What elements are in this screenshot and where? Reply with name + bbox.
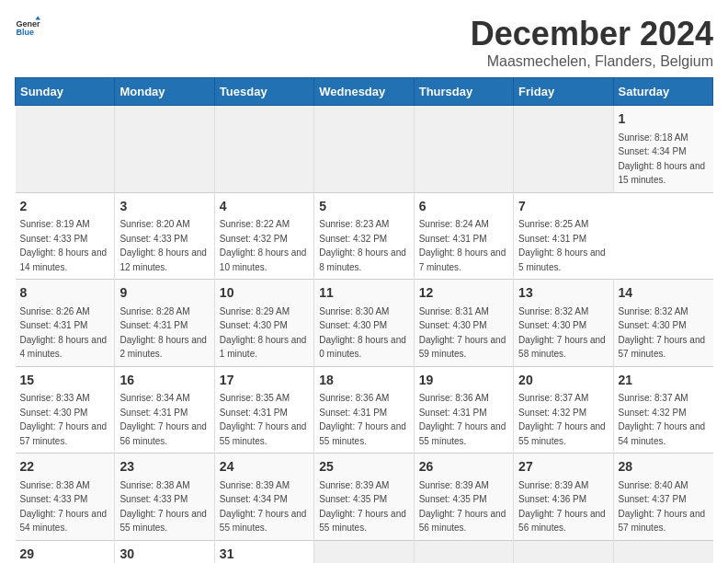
day-number: 22 (20, 458, 110, 477)
calendar-cell: 21 Sunrise: 8:37 AMSunset: 4:32 PMDaylig… (613, 366, 712, 454)
calendar-cell: 15 Sunrise: 8:33 AMSunset: 4:30 PMDaylig… (16, 366, 115, 454)
day-number: 30 (119, 546, 209, 563)
day-number: 3 (119, 198, 209, 216)
calendar-cell: 14 Sunrise: 8:32 AMSunset: 4:30 PMDaylig… (613, 280, 712, 367)
day-info: Sunrise: 8:28 AMSunset: 4:31 PMDaylight:… (119, 306, 207, 360)
calendar-cell: 11 Sunrise: 8:30 AMSunset: 4:30 PMDaylig… (314, 280, 414, 367)
day-number: 14 (619, 284, 709, 303)
day-info: Sunrise: 8:39 AMSunset: 4:36 PMDaylight:… (518, 480, 606, 534)
day-info: Sunrise: 8:33 AMSunset: 4:30 PMDaylight:… (20, 393, 108, 446)
calendar-cell (414, 106, 513, 193)
day-number: 28 (619, 458, 709, 477)
day-info: Sunrise: 8:22 AMSunset: 4:32 PMDaylight:… (220, 219, 307, 272)
week-row-3: 8 Sunrise: 8:26 AMSunset: 4:31 PMDayligh… (16, 280, 713, 367)
calendar-cell: 25 Sunrise: 8:39 AMSunset: 4:35 PMDaylig… (314, 454, 414, 541)
day-info: Sunrise: 8:39 AMSunset: 4:34 PMDaylight:… (220, 480, 307, 534)
calendar-cell: 22 Sunrise: 8:38 AMSunset: 4:33 PMDaylig… (16, 454, 115, 541)
day-number: 1 (619, 110, 709, 129)
calendar-cell (613, 540, 712, 563)
logo-icon: General Blue (15, 15, 40, 40)
header-friday: Friday (514, 78, 613, 106)
day-info: Sunrise: 8:31 AMSunset: 4:30 PMDaylight:… (419, 306, 506, 360)
day-info: Sunrise: 8:37 AMSunset: 4:32 PMDaylight:… (518, 393, 606, 446)
day-info: Sunrise: 8:37 AMSunset: 4:32 PMDaylight:… (619, 393, 706, 446)
day-info: Sunrise: 8:34 AMSunset: 4:31 PMDaylight:… (119, 393, 207, 446)
calendar-cell: 12 Sunrise: 8:31 AMSunset: 4:30 PMDaylig… (414, 280, 513, 367)
calendar-cell (314, 106, 414, 193)
page-subtitle: Maasmechelen, Flanders, Belgium (471, 53, 713, 70)
calendar-cell: 29 Sunrise: 8:40 AMSunset: 4:38 PMDaylig… (16, 540, 115, 563)
day-number: 8 (20, 284, 110, 303)
calendar-cell: 5 Sunrise: 8:23 AMSunset: 4:32 PMDayligh… (314, 192, 414, 280)
header-monday: Monday (115, 78, 214, 106)
header-saturday: Saturday (613, 78, 712, 106)
day-number: 19 (419, 372, 508, 390)
header-tuesday: Tuesday (214, 78, 313, 106)
day-info: Sunrise: 8:20 AMSunset: 4:33 PMDaylight:… (119, 219, 207, 272)
day-info: Sunrise: 8:26 AMSunset: 4:31 PMDaylight:… (20, 306, 108, 360)
day-info: Sunrise: 8:32 AMSunset: 4:30 PMDaylight:… (619, 306, 706, 360)
day-info: Sunrise: 8:40 AMSunset: 4:37 PMDaylight:… (619, 480, 706, 534)
day-number: 27 (518, 458, 608, 477)
calendar-cell: 13 Sunrise: 8:32 AMSunset: 4:30 PMDaylig… (514, 280, 613, 367)
day-number: 4 (220, 198, 309, 216)
calendar-cell: 18 Sunrise: 8:36 AMSunset: 4:31 PMDaylig… (314, 366, 414, 454)
days-header-row: Sunday Monday Tuesday Wednesday Thursday… (16, 78, 713, 106)
calendar-cell: 8 Sunrise: 8:26 AMSunset: 4:31 PMDayligh… (16, 280, 115, 367)
day-number: 15 (20, 372, 110, 390)
day-info: Sunrise: 8:29 AMSunset: 4:30 PMDaylight:… (220, 306, 307, 360)
svg-text:General: General (16, 19, 40, 29)
calendar-cell: 30 Sunrise: 8:40 AMSunset: 4:39 PMDaylig… (115, 540, 214, 563)
calendar-cell (115, 106, 214, 193)
svg-marker-2 (35, 16, 40, 19)
day-number: 31 (220, 546, 309, 563)
calendar-cell: 20 Sunrise: 8:37 AMSunset: 4:32 PMDaylig… (514, 366, 613, 454)
calendar-cell: 2 Sunrise: 8:19 AMSunset: 4:33 PMDayligh… (16, 192, 115, 280)
day-number: 11 (319, 284, 408, 303)
calendar-cell: 6 Sunrise: 8:24 AMSunset: 4:31 PMDayligh… (414, 192, 513, 280)
logo: General Blue (15, 15, 40, 40)
calendar-cell: 26 Sunrise: 8:39 AMSunset: 4:35 PMDaylig… (414, 454, 513, 541)
calendar-cell (314, 540, 414, 563)
day-number: 10 (220, 284, 309, 303)
calendar-cell: 24 Sunrise: 8:39 AMSunset: 4:34 PMDaylig… (214, 454, 313, 541)
title-section: December 2024 Maasmechelen, Flanders, Be… (471, 15, 713, 70)
day-number: 5 (319, 198, 408, 216)
day-number: 6 (419, 198, 508, 216)
calendar-cell (514, 106, 613, 193)
calendar-cell: 17 Sunrise: 8:35 AMSunset: 4:31 PMDaylig… (214, 366, 313, 454)
day-number: 23 (119, 458, 209, 477)
calendar-cell (16, 106, 115, 193)
day-number: 18 (319, 372, 408, 390)
day-info: Sunrise: 8:39 AMSunset: 4:35 PMDaylight:… (419, 480, 506, 534)
calendar-cell: 19 Sunrise: 8:36 AMSunset: 4:31 PMDaylig… (414, 366, 513, 454)
calendar-cell: 1 Sunrise: 8:18 AMSunset: 4:34 PMDayligh… (613, 106, 712, 193)
day-info: Sunrise: 8:35 AMSunset: 4:31 PMDaylight:… (220, 393, 307, 446)
day-number: 20 (518, 372, 608, 390)
day-number: 25 (319, 458, 408, 477)
page-title: December 2024 (471, 15, 713, 53)
day-info: Sunrise: 8:18 AMSunset: 4:34 PMDaylight:… (619, 132, 706, 186)
week-row-6: 29 Sunrise: 8:40 AMSunset: 4:38 PMDaylig… (16, 540, 713, 563)
day-info: Sunrise: 8:23 AMSunset: 4:32 PMDaylight:… (319, 219, 406, 272)
day-number: 21 (619, 372, 709, 390)
day-number: 2 (20, 198, 110, 216)
calendar-cell: 28 Sunrise: 8:40 AMSunset: 4:37 PMDaylig… (613, 454, 712, 541)
calendar-cell: 27 Sunrise: 8:39 AMSunset: 4:36 PMDaylig… (514, 454, 613, 541)
day-info: Sunrise: 8:36 AMSunset: 4:31 PMDaylight:… (419, 393, 506, 446)
calendar-cell: 4 Sunrise: 8:22 AMSunset: 4:32 PMDayligh… (214, 192, 313, 280)
calendar-cell: 7 Sunrise: 8:25 AMSunset: 4:31 PMDayligh… (514, 192, 613, 280)
day-number: 13 (518, 284, 608, 303)
day-number: 24 (220, 458, 309, 477)
calendar-cell: 10 Sunrise: 8:29 AMSunset: 4:30 PMDaylig… (214, 280, 313, 367)
calendar-cell (514, 540, 613, 563)
day-info: Sunrise: 8:32 AMSunset: 4:30 PMDaylight:… (518, 306, 606, 360)
svg-text:Blue: Blue (16, 28, 34, 37)
week-row-1: 1 Sunrise: 8:18 AMSunset: 4:34 PMDayligh… (16, 106, 713, 193)
calendar-table: Sunday Monday Tuesday Wednesday Thursday… (15, 77, 713, 563)
day-info: Sunrise: 8:24 AMSunset: 4:31 PMDaylight:… (419, 219, 506, 272)
page-header: General Blue December 2024 Maasmechelen,… (15, 15, 713, 70)
day-info: Sunrise: 8:38 AMSunset: 4:33 PMDaylight:… (20, 480, 108, 534)
week-row-5: 22 Sunrise: 8:38 AMSunset: 4:33 PMDaylig… (16, 454, 713, 541)
calendar-cell: 31 Sunrise: 8:40 AMSunset: 4:40 PMDaylig… (214, 540, 313, 563)
